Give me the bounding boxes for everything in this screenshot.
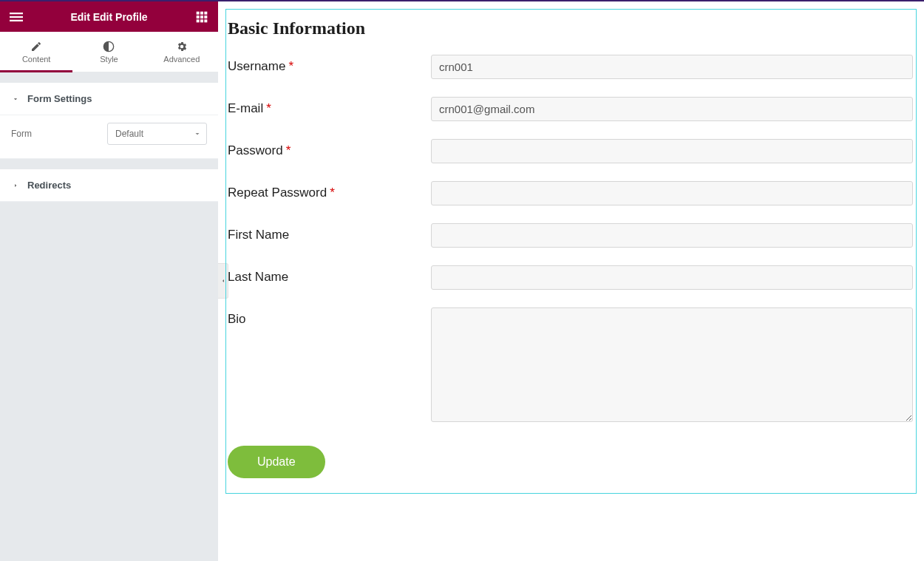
last-name-label: Last Name bbox=[228, 265, 431, 285]
first-name-label: First Name bbox=[228, 223, 431, 242]
divider bbox=[0, 72, 218, 83]
caret-down-icon bbox=[11, 95, 20, 103]
svg-rect-9 bbox=[197, 19, 200, 22]
field-row-repeat-password: Repeat Password* bbox=[226, 177, 916, 219]
half-circle-icon bbox=[102, 40, 115, 53]
bio-textarea[interactable] bbox=[431, 307, 913, 422]
username-label: Username* bbox=[228, 55, 431, 74]
form-settings-section: Form Settings Form Default bbox=[0, 83, 218, 159]
gear-icon bbox=[175, 40, 188, 53]
email-label: E-mail* bbox=[228, 97, 431, 116]
update-button[interactable]: Update bbox=[228, 446, 325, 478]
editor-sidebar: Edit Edit Profile Content Sty bbox=[0, 1, 218, 561]
username-input[interactable] bbox=[431, 55, 913, 79]
svg-rect-7 bbox=[200, 16, 203, 18]
field-row-username: Username* bbox=[226, 50, 916, 92]
tab-content[interactable]: Content bbox=[0, 32, 72, 72]
tab-label: Style bbox=[100, 55, 118, 64]
field-row-password: Password* bbox=[226, 135, 916, 177]
pencil-icon bbox=[30, 40, 43, 53]
svg-rect-2 bbox=[10, 19, 23, 21]
section-title: Form Settings bbox=[27, 93, 92, 104]
password-label: Password* bbox=[228, 139, 431, 158]
profile-form-widget[interactable]: Basic Information Username* E-mail* Pass… bbox=[225, 9, 917, 494]
field-row-email: E-mail* bbox=[226, 92, 916, 135]
svg-rect-1 bbox=[10, 16, 23, 17]
form-heading: Basic Information bbox=[226, 18, 916, 50]
svg-rect-10 bbox=[200, 19, 203, 22]
field-row-last-name: Last Name bbox=[226, 261, 916, 303]
svg-rect-5 bbox=[204, 11, 207, 14]
redirects-section: Redirects bbox=[0, 169, 218, 202]
field-row-first-name: First Name bbox=[226, 219, 916, 261]
form-select[interactable]: Default bbox=[107, 123, 207, 145]
repeat-password-input[interactable] bbox=[431, 181, 913, 205]
select-value: Default bbox=[115, 129, 143, 139]
svg-rect-8 bbox=[204, 16, 207, 18]
tab-advanced[interactable]: Advanced bbox=[146, 32, 218, 72]
svg-rect-0 bbox=[10, 13, 23, 14]
tab-style[interactable]: Style bbox=[72, 32, 145, 72]
hamburger-menu-icon[interactable] bbox=[9, 10, 24, 24]
field-row-bio: Bio bbox=[226, 303, 916, 438]
svg-rect-4 bbox=[200, 11, 203, 14]
chevron-down-icon bbox=[193, 129, 202, 138]
panel-title: Edit Edit Profile bbox=[24, 11, 194, 23]
caret-right-icon bbox=[11, 181, 20, 190]
canvas: Basic Information Username* E-mail* Pass… bbox=[218, 1, 924, 561]
form-settings-body: Form Default bbox=[0, 115, 218, 159]
section-title: Redirects bbox=[27, 180, 71, 191]
form-settings-header[interactable]: Form Settings bbox=[0, 83, 218, 115]
first-name-input[interactable] bbox=[431, 223, 913, 248]
last-name-input[interactable] bbox=[431, 265, 913, 290]
form-control-label: Form bbox=[11, 129, 32, 139]
bio-label: Bio bbox=[228, 307, 431, 327]
tab-label: Content bbox=[22, 55, 51, 64]
repeat-password-label: Repeat Password* bbox=[228, 181, 431, 200]
tab-label: Advanced bbox=[163, 55, 200, 64]
password-input[interactable] bbox=[431, 139, 913, 163]
svg-rect-11 bbox=[204, 19, 207, 22]
sidebar-header: Edit Edit Profile bbox=[0, 1, 218, 32]
apps-grid-icon[interactable] bbox=[194, 10, 209, 24]
editor-tabs: Content Style Advanced bbox=[0, 32, 218, 72]
redirects-header[interactable]: Redirects bbox=[0, 169, 218, 202]
form-control-row: Form Default bbox=[11, 123, 207, 145]
svg-rect-6 bbox=[197, 16, 200, 18]
divider bbox=[0, 159, 218, 169]
email-input[interactable] bbox=[431, 97, 913, 121]
svg-rect-3 bbox=[197, 11, 200, 14]
